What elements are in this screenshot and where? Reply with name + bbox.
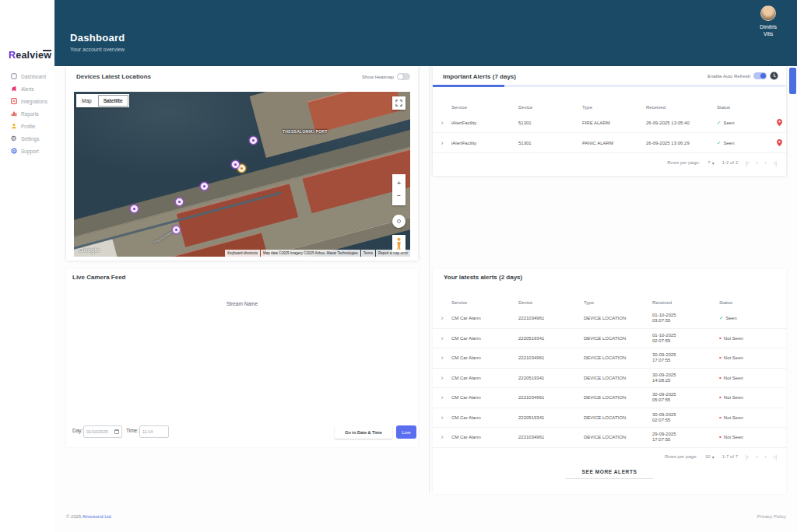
life-ring-icon: [10, 148, 17, 155]
sidebar-item-settings[interactable]: ⚙ Settings: [0, 132, 54, 145]
table-row[interactable]: › CM Car Alarm 2220519341 DEVICE LOCATIO…: [433, 369, 786, 389]
table-row[interactable]: › CM Car Alarm 2221034961 DEVICE LOCATIO…: [433, 388, 786, 408]
calendar-icon[interactable]: [114, 429, 119, 434]
important-alerts-panel: Important Alerts (7 days) Enable Auto Re…: [433, 66, 786, 176]
last-page-button[interactable]: ›|: [774, 160, 777, 166]
latest-alerts-panel: Your latests alerts (2 days) Service Dev…: [433, 268, 786, 494]
user-menu[interactable]: Dimitris Vitis: [760, 5, 777, 37]
device-marker[interactable]: [130, 205, 139, 213]
cell-received: 01-10-202502:07:55: [652, 333, 719, 344]
person-icon: [10, 123, 17, 130]
table-row[interactable]: › CM Car Alarm 2221034961 DEVICE LOCATIO…: [433, 428, 786, 448]
status-badge: •Not Seen: [719, 395, 786, 400]
status-badge: •Not Seen: [719, 376, 786, 380]
expand-chevron-icon[interactable]: ›: [433, 314, 451, 322]
expand-chevron-icon[interactable]: ›: [433, 334, 451, 342]
time-input[interactable]: [142, 429, 166, 434]
next-page-button[interactable]: ›: [765, 454, 767, 460]
last-page-button[interactable]: ›|: [774, 454, 777, 460]
next-page-button[interactable]: ›: [765, 160, 767, 166]
cell-service: CM Car Alarm: [451, 395, 518, 400]
user-last-name: Vitis: [760, 30, 777, 37]
caret-down-icon: ▾: [712, 160, 714, 166]
table-row[interactable]: › iAlertFacility 51301 FIRE ALARM 26-09-…: [433, 113, 786, 133]
table-row[interactable]: › CM Car Alarm 2221034961 DEVICE LOCATIO…: [433, 348, 786, 369]
auto-refresh-label: Enable Auto Refresh: [707, 74, 750, 79]
compass-button[interactable]: [392, 215, 406, 228]
table-row[interactable]: › CM Car Alarm 2221034961 DEVICE LOCATIO…: [433, 309, 786, 329]
dashboard-icon: [10, 73, 17, 80]
table-row[interactable]: › CM Car Alarm 2220519341 DEVICE LOCATIO…: [433, 408, 786, 429]
map-canvas[interactable]: THESSALONIKI PORT Themistokleous Map Sat…: [74, 92, 410, 257]
cell-service: CM Car Alarm: [451, 376, 518, 380]
device-marker[interactable]: [249, 136, 258, 145]
company-link[interactable]: Almosond Ltd: [83, 514, 111, 519]
user-first-name: Dimitris: [760, 23, 777, 30]
expand-chevron-icon[interactable]: ›: [433, 354, 451, 362]
device-marker[interactable]: [200, 182, 209, 191]
live-button[interactable]: Live: [396, 425, 416, 439]
map-place-label: THESSALONIKI PORT: [283, 129, 328, 134]
expand-chevron-icon[interactable]: ›: [433, 414, 451, 422]
footer-copyright: © 2025 Almosond Ltd: [66, 514, 111, 519]
cell-service: CM Car Alarm: [451, 435, 518, 439]
prev-page-button[interactable]: ‹: [756, 454, 757, 460]
device-marker[interactable]: [172, 226, 181, 234]
rows-per-page-select[interactable]: 7▾: [707, 160, 714, 166]
expand-chevron-icon[interactable]: ›: [433, 394, 451, 401]
cell-type: DEVICE LOCATION: [584, 395, 652, 400]
heatmap-toggle-label: Show Heatmap: [362, 75, 394, 79]
table-row[interactable]: › CM Car Alarm 2220519341 DEVICE LOCATIO…: [433, 329, 786, 349]
status-badge: •Not Seen: [719, 415, 786, 420]
expand-chevron-icon[interactable]: ›: [433, 139, 451, 147]
day-input[interactable]: [86, 429, 113, 434]
sidebar-item-alerts[interactable]: Alerts: [0, 82, 54, 95]
cell-received: 26-09-2025 13:05:40: [646, 121, 717, 125]
terms-link[interactable]: Terms: [361, 250, 375, 257]
device-marker[interactable]: [231, 160, 240, 169]
page-subtitle: Your account overview: [70, 47, 125, 52]
rows-per-page-select[interactable]: 10▾: [705, 454, 714, 460]
zoom-in-button[interactable]: +: [397, 180, 401, 187]
avatar[interactable]: [760, 5, 776, 21]
bar-chart-icon: [10, 110, 17, 117]
cell-device: 2221034961: [518, 316, 584, 320]
cell-received: 30-09-202502:07:55: [652, 412, 719, 423]
sidebar-item-profile[interactable]: Profile: [0, 120, 54, 132]
satellite-view-button[interactable]: Satellite: [98, 95, 128, 107]
map-data-attribution: Map data ©2025 Imagery ©2025 Airbus, Max…: [261, 250, 360, 257]
sidebar-item-reports[interactable]: Reports: [0, 107, 54, 120]
first-page-button[interactable]: |‹: [746, 160, 749, 166]
report-error-link[interactable]: Report a map error: [376, 250, 410, 257]
cell-type: DEVICE LOCATION: [584, 336, 652, 341]
google-logo: Google: [79, 247, 100, 254]
see-more-alerts-button[interactable]: SEE MORE ALERTS: [565, 469, 654, 479]
table-row[interactable]: › iAlertFacility 51301 PANIC ALARM 26-09…: [433, 133, 786, 153]
heatmap-toggle[interactable]: [397, 73, 410, 80]
sidebar-item-support[interactable]: Support: [0, 145, 54, 157]
app-logo[interactable]: Realview: [9, 50, 51, 61]
sidebar-item-integrations[interactable]: Integrations: [0, 95, 54, 107]
zoom-out-button[interactable]: −: [397, 193, 401, 199]
cell-received: 30-09-202517:07:55: [652, 352, 719, 363]
device-marker[interactable]: [175, 198, 184, 206]
keyboard-shortcuts-link[interactable]: Keyboard shortcuts: [225, 250, 260, 257]
expand-chevron-icon[interactable]: ›: [433, 433, 451, 441]
scrollbar-thumb[interactable]: [789, 68, 796, 94]
first-page-button[interactable]: |‹: [746, 454, 749, 460]
expand-chevron-icon[interactable]: ›: [433, 374, 451, 382]
pagination-range: 1-7 of 7: [722, 454, 738, 459]
privacy-policy-link[interactable]: Privacy Policy: [757, 514, 786, 519]
fullscreen-button[interactable]: [392, 96, 406, 110]
sidebar-item-dashboard[interactable]: Dashboard: [0, 70, 54, 82]
important-alerts-title: Important Alerts (7 days): [443, 73, 516, 80]
status-badge: •Not Seen: [719, 435, 786, 439]
cell-type: PANIC ALARM: [582, 141, 646, 145]
prev-page-button[interactable]: ‹: [756, 160, 757, 166]
expand-chevron-icon[interactable]: ›: [433, 119, 451, 127]
day-label: Day:: [72, 428, 83, 433]
goto-datetime-button[interactable]: Go to Date & Time: [335, 425, 392, 439]
cell-device: 2221034961: [518, 395, 584, 400]
map-view-button[interactable]: Map: [76, 95, 97, 107]
auto-refresh-toggle[interactable]: [753, 72, 767, 79]
